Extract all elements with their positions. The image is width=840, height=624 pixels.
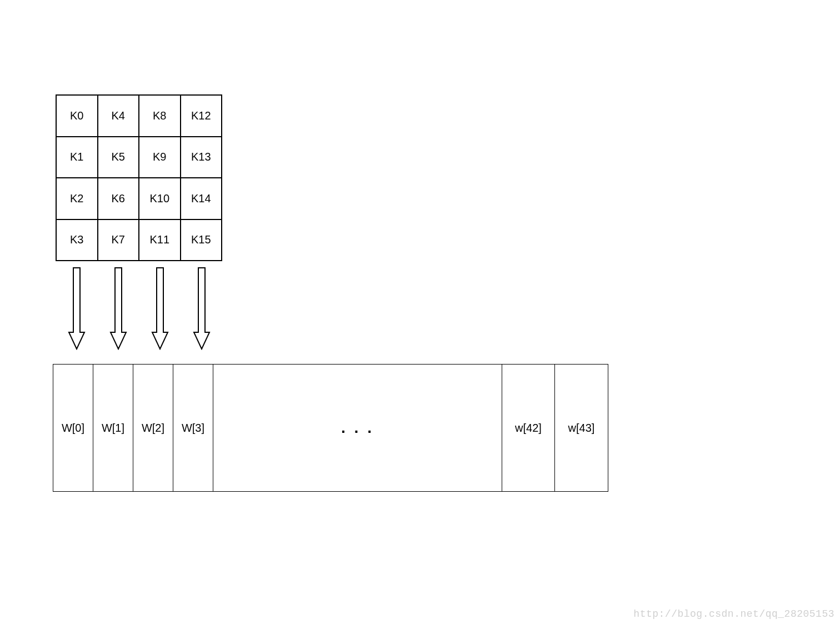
k-cell: K12 (181, 95, 222, 137)
w-cell: W[1] (93, 365, 133, 491)
k-cell: K15 (181, 219, 222, 261)
k-cell: K13 (181, 137, 222, 178)
w-ellipsis: . . . (213, 365, 502, 491)
w-row: W[0] W[1] W[2] W[3] . . . w[42] w[43] (53, 364, 608, 492)
w-cell: W[2] (133, 365, 173, 491)
arrow-down-icon (192, 267, 212, 350)
k-cell: K2 (56, 178, 98, 219)
arrow-down-icon (108, 267, 128, 350)
k-cell: K6 (98, 178, 139, 219)
k-cell: K1 (56, 137, 98, 178)
k-cell: K9 (139, 137, 181, 178)
k-cell: K8 (139, 95, 181, 137)
k-cell: K7 (98, 219, 139, 261)
k-cell: K14 (181, 178, 222, 219)
k-cell: K10 (139, 178, 181, 219)
watermark-text: http://blog.csdn.net/qq_28205153 (633, 608, 834, 620)
k-cell: K3 (56, 219, 98, 261)
arrow-down-icon (67, 267, 87, 350)
k-grid: K0 K4 K8 K12 K1 K5 K9 K13 K2 K6 K10 K14 … (56, 94, 222, 261)
w-cell: W[3] (173, 365, 213, 491)
arrows-row (56, 267, 222, 353)
w-cell: W[0] (53, 365, 93, 491)
k-cell: K11 (139, 219, 181, 261)
w-cell: w[43] (555, 365, 608, 491)
k-cell: K4 (98, 95, 139, 137)
k-cell: K5 (98, 137, 139, 178)
k-cell: K0 (56, 95, 98, 137)
w-cell: w[42] (502, 365, 555, 491)
arrow-down-icon (150, 267, 170, 350)
